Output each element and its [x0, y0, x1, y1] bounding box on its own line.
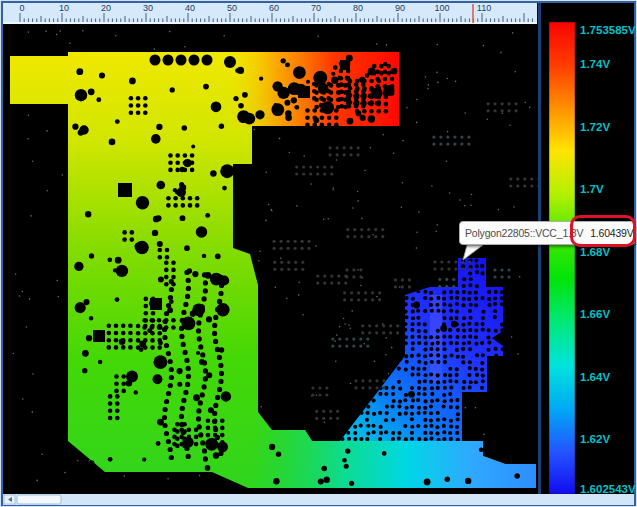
ruler-lower-strip [3, 22, 537, 24]
scale-value-label: 1.62V [580, 433, 610, 445]
value-highlight-annotation [570, 215, 636, 247]
pcb-voltage-viewer: 0102030405060708090100110 1.753585V1.74V… [0, 0, 637, 507]
scrollbar-track[interactable] [3, 494, 634, 505]
scale-value-label: 1.74V [580, 58, 610, 70]
scrollbar-thumb[interactable] [17, 495, 61, 504]
ruler-label: 110 [477, 3, 491, 13]
scale-value-label: 1.602543V [580, 483, 636, 495]
scale-value-label: 1.64V [580, 371, 610, 383]
ruler-label: 10 [59, 3, 69, 13]
scale-value-label: 1.66V [580, 308, 610, 320]
ruler-label: 90 [395, 3, 405, 13]
ruler-label: 40 [185, 3, 195, 13]
ruler-label: 80 [353, 3, 363, 13]
scale-value-label: 1.72V [580, 121, 610, 133]
scale-value-label: 1.68V [580, 246, 610, 258]
ruler-label: 70 [311, 3, 321, 13]
horizontal-ruler: 0102030405060708090100110 [3, 3, 537, 24]
ruler-label: 60 [269, 3, 279, 13]
scale-value-label: 1.753585V [580, 24, 636, 36]
tooltip-net-name: Polygon22805::VCC_1.8V [465, 227, 583, 239]
ruler-label: 100 [434, 3, 449, 13]
scale-value-label: 1.7V [580, 183, 604, 195]
ruler-label: 50 [227, 3, 237, 13]
ruler-label: 30 [143, 3, 153, 13]
horizontal-scrollbar[interactable] [3, 494, 634, 505]
ruler-label: 0 [19, 3, 24, 13]
ruler-label: 20 [101, 3, 111, 13]
panel-separator [538, 3, 541, 494]
color-scale-bar [549, 22, 575, 494]
